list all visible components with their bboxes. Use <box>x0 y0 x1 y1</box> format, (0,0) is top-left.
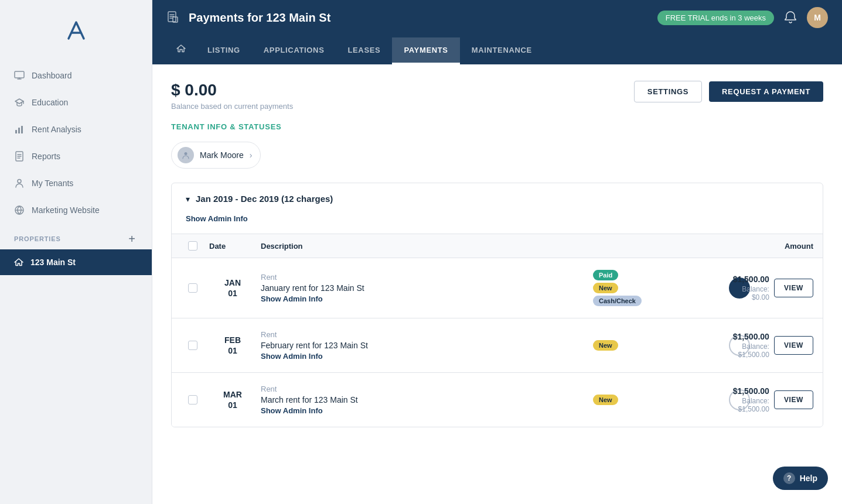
sidebar-item-label: Dashboard <box>32 71 72 80</box>
payments-table: Date Description Amount JAN 01 <box>172 234 823 427</box>
view-button-row1[interactable]: VIEW <box>774 279 813 297</box>
properties-section-label: PROPERTIES + <box>0 224 152 249</box>
row-balance: Balance: $1,500.00 <box>733 342 769 359</box>
badge-cash: Cash/Check <box>593 296 642 306</box>
tab-payments[interactable]: PAYMENTS <box>392 37 459 64</box>
tenant-name: Mark Moore <box>200 150 244 160</box>
tab-listing[interactable]: LISTING <box>196 37 252 64</box>
sidebar-item-label: Education <box>32 98 68 107</box>
topbar: Payments for 123 Main St FREE TRIAL ends… <box>152 0 842 35</box>
sidebar: Dashboard Education Rent Analysis Repo <box>0 0 152 504</box>
row-day: 01 <box>228 345 237 356</box>
tenant-chip[interactable]: Mark Moore › <box>171 142 261 169</box>
tab-leases[interactable]: LEASES <box>336 37 392 64</box>
row-balance: Balance: $0.00 <box>733 285 769 301</box>
row-date: MAR 01 <box>209 389 256 410</box>
sidebar-item-education[interactable]: Education <box>0 89 152 116</box>
row-amount: $1,500.00 Balance: $0.00 <box>733 275 769 301</box>
row-checkbox[interactable] <box>188 341 197 350</box>
charges-period-title: Jan 2019 - Dec 2019 (12 charges) <box>196 194 333 204</box>
subnav: LISTING APPLICATIONS LEASES PAYMENTS MAI… <box>152 35 842 64</box>
col-description: Description <box>261 242 588 251</box>
balance-label: Balance based on current payments <box>171 102 293 111</box>
page-title: Payments for 123 Main St <box>189 11 648 25</box>
svg-point-9 <box>185 152 188 155</box>
show-admin-info-row2[interactable]: Show Admin Info <box>261 352 588 361</box>
row-month: FEB <box>224 335 241 345</box>
row-description-cell: Rent March rent for 123 Main St Show Adm… <box>261 385 588 415</box>
svg-point-5 <box>18 180 21 183</box>
sidebar-item-tenants[interactable]: My Tenants <box>0 170 152 197</box>
notification-bell-icon[interactable] <box>783 11 797 25</box>
row-day: 01 <box>228 288 237 299</box>
row-checkbox[interactable] <box>188 283 197 293</box>
charges-section: ▾ Jan 2019 - Dec 2019 (12 charges) Show … <box>171 183 823 427</box>
sidebar-item-dashboard[interactable]: Dashboard <box>0 62 152 89</box>
tenant-avatar <box>178 147 194 163</box>
row-checkbox-cell <box>181 395 204 404</box>
row-desc: March rent for 123 Main St <box>261 395 588 404</box>
table-row: FEB 01 Rent February rent for 123 Main S… <box>172 318 823 373</box>
select-all-checkbox[interactable] <box>188 241 197 251</box>
badge-new: New <box>593 395 618 405</box>
sidebar-item-label: Rent Analysis <box>32 125 81 134</box>
home-tab[interactable] <box>166 35 196 64</box>
page-icon <box>166 11 179 24</box>
tenant-info-link[interactable]: TENANT INFO & STATUSES <box>171 122 823 131</box>
sidebar-item-marketing[interactable]: Marketing Website <box>0 197 152 224</box>
show-admin-info-header[interactable]: Show Admin Info <box>172 214 823 234</box>
request-payment-button[interactable]: REQUEST A PAYMENT <box>709 81 823 102</box>
row-desc: February rent for 123 Main St <box>261 341 588 350</box>
table-row: MAR 01 Rent March rent for 123 Main St S… <box>172 373 823 427</box>
row-type: Rent <box>261 273 588 282</box>
user-avatar[interactable]: M <box>807 7 828 28</box>
row-amount-value: $1,500.00 <box>733 332 769 341</box>
sidebar-item-rent-analysis[interactable]: Rent Analysis <box>0 116 152 143</box>
row-actions: $1,500.00 Balance: $1,500.00 VIEW <box>755 332 813 359</box>
show-admin-info-row1[interactable]: Show Admin Info <box>261 294 588 303</box>
row-amount: $1,500.00 Balance: $1,500.00 <box>733 332 769 359</box>
show-admin-info-row3[interactable]: Show Admin Info <box>261 406 588 415</box>
view-button-row2[interactable]: VIEW <box>774 336 813 355</box>
row-type: Rent <box>261 330 588 339</box>
row-checkbox[interactable] <box>188 395 197 404</box>
graduation-icon <box>14 97 25 108</box>
add-property-button[interactable]: + <box>126 233 138 245</box>
main-area: Payments for 123 Main St FREE TRIAL ends… <box>152 0 842 504</box>
row-amount-value: $1,500.00 <box>733 275 769 284</box>
col-date: Date <box>209 242 256 251</box>
help-button[interactable]: ? Help <box>773 467 828 490</box>
row-badges: New <box>593 340 710 351</box>
svg-rect-1 <box>15 130 17 133</box>
badge-new: New <box>593 283 618 293</box>
view-button-row3[interactable]: VIEW <box>774 390 813 409</box>
tab-applications[interactable]: APPLICATIONS <box>252 37 336 64</box>
report-icon <box>14 151 25 162</box>
tenant-chevron-icon: › <box>250 150 253 160</box>
sidebar-item-label: Marketing Website <box>32 205 100 215</box>
charges-collapse-icon: ▾ <box>186 194 190 204</box>
charges-header[interactable]: ▾ Jan 2019 - Dec 2019 (12 charges) <box>172 183 823 214</box>
row-month: JAN <box>224 277 241 288</box>
row-balance: Balance: $1,500.00 <box>733 397 769 413</box>
table-row: JAN 01 Rent January rent for 123 Main St… <box>172 258 823 318</box>
sidebar-item-reports[interactable]: Reports <box>0 143 152 170</box>
table-header-row: Date Description Amount <box>172 234 823 258</box>
row-checkbox-cell <box>181 341 204 350</box>
logo-container <box>0 0 152 57</box>
settings-button[interactable]: SETTINGS <box>634 81 702 102</box>
globe-icon <box>14 205 25 215</box>
app-logo <box>62 16 91 46</box>
row-description-cell: Rent February rent for 123 Main St Show … <box>261 330 588 361</box>
content-area: $ 0.00 Balance based on current payments… <box>152 64 842 504</box>
row-description-cell: Rent January rent for 123 Main St Show A… <box>261 273 588 303</box>
tab-maintenance[interactable]: MAINTENANCE <box>460 37 544 64</box>
trial-badge: FREE TRIAL ends in 3 weeks <box>657 11 774 25</box>
active-property-item[interactable]: 123 Main St <box>0 249 152 275</box>
row-badges: Paid New Cash/Check <box>593 270 710 306</box>
row-day: 01 <box>228 400 237 410</box>
active-property-label: 123 Main St <box>30 258 76 267</box>
row-amount-value: $1,500.00 <box>733 386 769 396</box>
row-desc: January rent for 123 Main St <box>261 283 588 293</box>
help-circle-icon: ? <box>783 472 795 484</box>
